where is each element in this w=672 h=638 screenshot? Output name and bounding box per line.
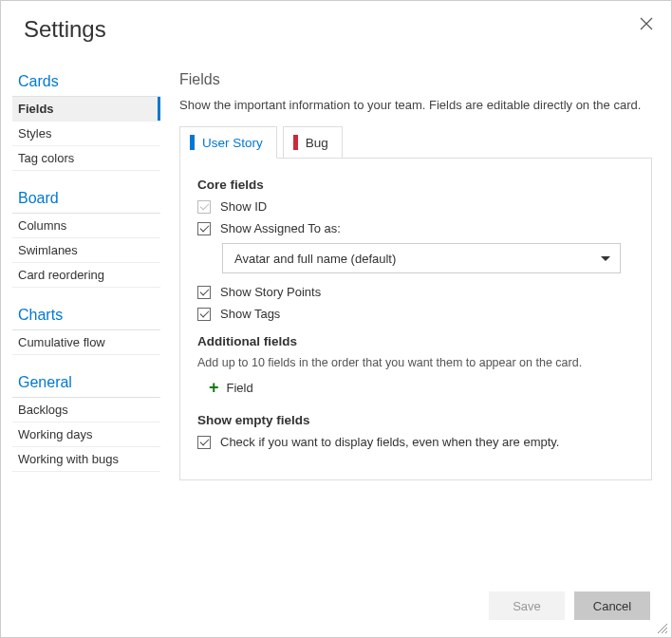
section-header-board: Board	[12, 182, 160, 214]
page-title: Fields	[179, 66, 652, 98]
tab-bug[interactable]: Bug	[283, 126, 343, 159]
close-button[interactable]	[635, 12, 658, 35]
section-header-charts: Charts	[12, 299, 160, 330]
tab-color-indicator	[190, 135, 195, 150]
sidebar-item-card-reordering[interactable]: Card reordering	[12, 263, 160, 288]
cancel-button[interactable]: Cancel	[574, 591, 650, 620]
group-heading-empty: Show empty fields	[197, 413, 634, 427]
checkbox-show-id[interactable]	[197, 200, 211, 214]
add-field-button[interactable]: + Field	[209, 379, 634, 396]
checkbox-label: Show Story Points	[220, 285, 321, 299]
checkbox-label: Show Assigned To as:	[220, 221, 341, 235]
tab-label: User Story	[202, 136, 263, 150]
page-description: Show the important information to your t…	[179, 98, 652, 112]
chevron-down-icon	[601, 256, 610, 261]
sidebar-item-backlogs[interactable]: Backlogs	[12, 398, 160, 422]
close-icon	[640, 17, 653, 30]
group-heading-core: Core fields	[197, 178, 634, 192]
section-header-cards: Cards	[12, 66, 160, 97]
sidebar-item-tag-colors[interactable]: Tag colors	[12, 146, 160, 171]
sidebar-item-styles[interactable]: Styles	[12, 122, 160, 146]
resize-grip-icon[interactable]	[656, 622, 669, 635]
checkbox-label: Show Tags	[220, 307, 280, 321]
tab-content: Core fields Show ID Show Assigned To as:…	[179, 158, 652, 480]
sidebar-item-swimlanes[interactable]: Swimlanes	[12, 238, 160, 263]
sidebar-item-cumulative-flow[interactable]: Cumulative flow	[12, 330, 160, 355]
tab-color-indicator	[293, 135, 298, 150]
tab-strip: User Story Bug	[179, 125, 652, 158]
checkbox-show-assigned-to[interactable]	[197, 222, 211, 235]
section-header-general: General	[12, 366, 160, 398]
sidebar-item-working-with-bugs[interactable]: Working with bugs	[12, 447, 160, 472]
add-field-label: Field	[227, 381, 253, 395]
main-panel: Fields Show the important information to…	[160, 66, 671, 480]
checkbox-label: Show ID	[220, 199, 267, 214]
checkbox-label: Check if you want to display fields, eve…	[220, 435, 559, 449]
save-button[interactable]: Save	[489, 591, 565, 620]
select-value: Avatar and full name (default)	[234, 252, 396, 266]
group-heading-additional: Additional fields	[197, 334, 634, 348]
sidebar-item-columns[interactable]: Columns	[12, 214, 160, 238]
dialog-footer: Save Cancel	[489, 591, 650, 620]
tab-user-story[interactable]: User Story	[179, 126, 277, 159]
checkbox-show-tags[interactable]	[197, 308, 211, 321]
tab-label: Bug	[306, 136, 328, 150]
checkbox-show-story-points[interactable]	[197, 286, 211, 299]
assigned-to-display-select[interactable]: Avatar and full name (default)	[222, 243, 621, 273]
sidebar-item-working-days[interactable]: Working days	[12, 422, 160, 447]
dialog-title: Settings	[24, 16, 648, 43]
sidebar-item-fields[interactable]: Fields	[12, 97, 160, 122]
checkbox-show-empty-fields[interactable]	[197, 436, 211, 449]
additional-fields-subtext: Add up to 10 fields in the order that yo…	[197, 356, 634, 369]
plus-icon: +	[209, 379, 219, 396]
settings-sidebar: Cards Fields Styles Tag colors Board Col…	[12, 66, 160, 480]
